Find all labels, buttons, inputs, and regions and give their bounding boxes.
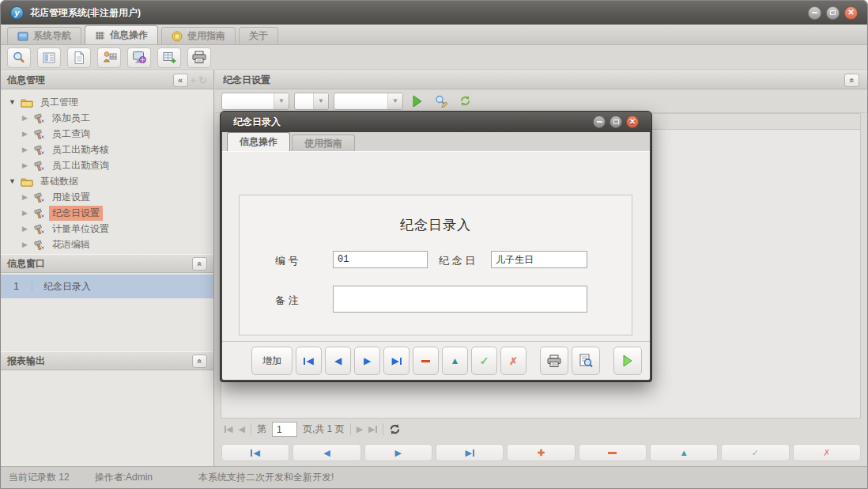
insert-record-button[interactable]: ✚ bbox=[507, 444, 575, 461]
last-record-button[interactable]: ▶ bbox=[436, 444, 504, 461]
collapsed-arrow-icon[interactable]: ▶ bbox=[22, 225, 30, 233]
prev-page-button[interactable]: ◀ bbox=[238, 424, 244, 434]
form-view-button[interactable] bbox=[37, 47, 61, 68]
edit-record-button[interactable]: ▲ bbox=[650, 444, 718, 461]
tree-label[interactable]: 员工出勤查询 bbox=[49, 158, 112, 173]
record-nav-bar: ◀ ◀ ▶ ▶ ✚ ▲ ✓ ✗ bbox=[215, 440, 867, 466]
last-record-button[interactable]: ▶ bbox=[383, 347, 409, 375]
next-page-button[interactable]: ▶ bbox=[357, 424, 363, 434]
delete-record-button[interactable] bbox=[413, 347, 439, 375]
expanded-arrow-icon[interactable]: ▼ bbox=[9, 177, 17, 185]
collapse-sidebar-button[interactable]: « bbox=[173, 74, 188, 87]
tab-user-guide[interactable]: 使用指南 bbox=[161, 27, 236, 44]
filter-toolbar: ▼ ▼ ▼ bbox=[215, 89, 867, 113]
dialog-close-button[interactable]: ✕ bbox=[626, 116, 639, 128]
tree-node-anniversary-settings[interactable]: ▶ 纪念日设置 bbox=[1, 205, 213, 221]
collapsed-arrow-icon[interactable]: ▶ bbox=[22, 114, 30, 122]
chevron-down-icon[interactable]: ▼ bbox=[274, 93, 289, 109]
collapsed-arrow-icon[interactable]: ▶ bbox=[22, 146, 30, 154]
execute-button[interactable] bbox=[613, 347, 642, 375]
refresh-button[interactable] bbox=[455, 92, 474, 111]
filter-operator-dropdown[interactable]: ▼ bbox=[294, 93, 329, 110]
tree-label[interactable]: 添加员工 bbox=[49, 111, 93, 126]
refresh-grid-button[interactable] bbox=[389, 423, 401, 435]
chevron-down-icon[interactable]: ▼ bbox=[313, 93, 328, 109]
employee-report-button[interactable] bbox=[97, 47, 121, 68]
delete-record-button[interactable] bbox=[579, 444, 647, 461]
tree-node-add-employee[interactable]: ▶ 添加员工 bbox=[1, 110, 213, 126]
anniversary-input[interactable] bbox=[491, 251, 587, 268]
tree-node-employee-mgmt[interactable]: ▼ 员工管理 bbox=[1, 94, 213, 110]
post-record-button[interactable]: ✓ bbox=[471, 347, 497, 375]
collapse-panel-button[interactable]: « bbox=[192, 354, 207, 368]
collapsed-arrow-icon[interactable]: ▶ bbox=[22, 130, 30, 138]
minimize-button[interactable] bbox=[808, 6, 821, 20]
print-preview-button[interactable] bbox=[572, 347, 600, 375]
monitor-button[interactable] bbox=[127, 47, 151, 68]
edit-record-button[interactable]: ▲ bbox=[442, 347, 468, 375]
collapsed-arrow-icon[interactable]: ▶ bbox=[22, 209, 30, 217]
folder-icon bbox=[21, 97, 33, 108]
tree-label-selected[interactable]: 纪念日设置 bbox=[49, 206, 103, 221]
prev-record-button[interactable]: ◀ bbox=[325, 347, 351, 375]
tab-info-operation[interactable]: 信息操作 bbox=[85, 25, 158, 44]
next-record-button[interactable]: ▶ bbox=[354, 347, 380, 375]
dialog-minimize-button[interactable] bbox=[593, 116, 606, 128]
tree-node-attendance-check[interactable]: ▶ 员工出勤考核 bbox=[1, 142, 213, 157]
tree-node-base-data[interactable]: ▼ 基础数据 bbox=[1, 173, 213, 189]
code-input[interactable] bbox=[333, 251, 428, 268]
run-query-button[interactable] bbox=[408, 92, 427, 111]
refresh-icon: ↻ bbox=[198, 75, 207, 85]
tree-label[interactable]: 基础数据 bbox=[37, 174, 81, 189]
dialog-maximize-button[interactable] bbox=[609, 116, 622, 128]
first-record-button[interactable]: ◀ bbox=[296, 347, 322, 375]
dialog-tab-info[interactable]: 信息操作 bbox=[227, 132, 290, 151]
tree-label[interactable]: 计量单位设置 bbox=[49, 222, 112, 237]
first-page-button[interactable]: ◀ bbox=[225, 424, 232, 434]
dropdown-value bbox=[222, 93, 274, 109]
tree-label[interactable]: 员工出勤考核 bbox=[49, 142, 112, 157]
collapsed-arrow-icon[interactable]: ▶ bbox=[22, 161, 30, 169]
collapse-panel-button[interactable]: « bbox=[192, 257, 207, 271]
post-record-button[interactable]: ✓ bbox=[721, 444, 789, 461]
maximize-button[interactable] bbox=[826, 6, 840, 20]
print-button[interactable] bbox=[187, 47, 211, 68]
tree-label[interactable]: 员工查询 bbox=[49, 127, 93, 142]
search-button[interactable] bbox=[7, 47, 31, 68]
dialog-titlebar[interactable]: 纪念日录入 ✕ bbox=[221, 112, 651, 132]
first-record-button[interactable]: ◀ bbox=[221, 444, 289, 461]
close-button[interactable]: ✕ bbox=[844, 6, 858, 20]
tree-label[interactable]: 用途设置 bbox=[49, 190, 93, 205]
filter-value-dropdown[interactable]: ▼ bbox=[334, 93, 403, 110]
cancel-record-button[interactable]: ✗ bbox=[793, 444, 861, 461]
document-button[interactable] bbox=[67, 47, 91, 68]
filter-field-dropdown[interactable]: ▼ bbox=[221, 93, 289, 110]
dialog-tab-guide[interactable]: 使用指南 bbox=[292, 135, 355, 151]
prev-record-button[interactable]: ◀ bbox=[292, 444, 360, 461]
tab-system-nav[interactable]: 系统导航 bbox=[7, 27, 81, 44]
table-add-button[interactable] bbox=[157, 47, 181, 68]
next-record-button[interactable]: ▶ bbox=[364, 444, 432, 461]
expanded-arrow-icon[interactable]: ▼ bbox=[9, 98, 17, 106]
tree-node-attendance-query[interactable]: ▶ 员工出勤查询 bbox=[1, 157, 213, 173]
collapsed-arrow-icon[interactable]: ▶ bbox=[22, 193, 30, 201]
note-input[interactable] bbox=[333, 286, 587, 313]
edit-search-button[interactable] bbox=[432, 92, 451, 111]
collapse-main-button[interactable]: « bbox=[844, 74, 859, 87]
open-window-row[interactable]: 1 纪念日录入 bbox=[1, 275, 213, 298]
tree-node-flower-language[interactable]: ▶ 花语编辑 bbox=[1, 237, 213, 252]
page-number-input[interactable] bbox=[272, 422, 297, 437]
chevron-down-icon[interactable]: ▼ bbox=[387, 93, 402, 109]
cancel-record-button[interactable]: ✗ bbox=[500, 347, 526, 375]
tree-label[interactable]: 花语编辑 bbox=[49, 237, 93, 252]
tab-about[interactable]: 关于 bbox=[239, 27, 278, 44]
collapsed-arrow-icon[interactable]: ▶ bbox=[22, 241, 30, 248]
tree-node-purpose-settings[interactable]: ▶ 用途设置 bbox=[1, 189, 213, 205]
row-label[interactable]: 纪念日录入 bbox=[32, 280, 91, 294]
last-page-button[interactable]: ▶ bbox=[368, 424, 376, 434]
tree-node-unit-settings[interactable]: ▶ 计量单位设置 bbox=[1, 221, 213, 237]
add-button[interactable]: 增加 bbox=[251, 347, 292, 375]
tree-label[interactable]: 员工管理 bbox=[37, 95, 81, 110]
print-button[interactable] bbox=[540, 347, 568, 375]
tree-node-employee-query[interactable]: ▶ 员工查询 bbox=[1, 126, 213, 142]
